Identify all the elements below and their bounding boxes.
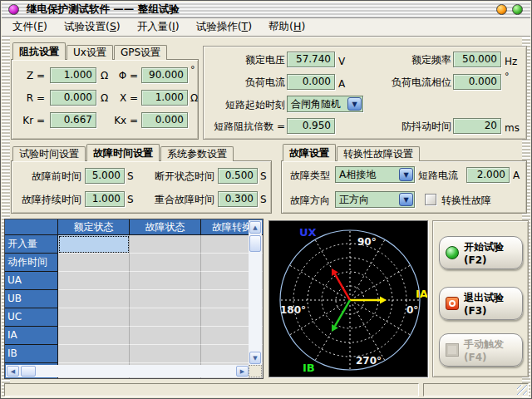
convert-fault-checkbox[interactable] bbox=[425, 194, 436, 205]
chevron-down-icon[interactable]: ▼ bbox=[347, 97, 362, 111]
start-icon bbox=[446, 246, 459, 259]
row-header-ub[interactable]: UB bbox=[5, 290, 58, 308]
table-cell[interactable] bbox=[58, 272, 130, 290]
chevron-down-icon[interactable]: ▼ bbox=[399, 193, 413, 206]
load-current-unit: A bbox=[338, 76, 345, 91]
row-header-action-time[interactable]: 动作时间 bbox=[5, 254, 58, 272]
tab-system-param-settings[interactable]: 系统参数设置 bbox=[160, 146, 234, 161]
table-cell[interactable] bbox=[130, 345, 201, 363]
short-circuit-start-select[interactable]: 合闸角随机 ▼ bbox=[287, 96, 363, 112]
debounce-time-input[interactable]: 20 bbox=[453, 118, 501, 134]
prefault-time-unit: S bbox=[127, 169, 134, 184]
impedance-multiplier-label: 短路阻抗倍数 = bbox=[205, 119, 285, 134]
table-cell[interactable] bbox=[130, 254, 201, 272]
kr-input[interactable]: 0.667 bbox=[50, 112, 96, 128]
scroll-up-icon[interactable]: ▲ bbox=[249, 221, 261, 234]
vertical-scroll-thumb[interactable] bbox=[249, 235, 261, 252]
phi-value: 90.000 bbox=[149, 69, 184, 81]
chevron-down-icon[interactable]: ▼ bbox=[399, 168, 413, 181]
menu-binary-input[interactable]: 开入量(I) bbox=[129, 18, 188, 36]
status-bar-left bbox=[4, 383, 419, 397]
manual-trigger-button[interactable]: 手动触发(F4) bbox=[439, 333, 523, 367]
fault-duration-value: 1.000 bbox=[92, 193, 121, 204]
rated-freq-unit: Hz bbox=[505, 54, 517, 69]
scroll-down-icon[interactable]: ▼ bbox=[249, 352, 261, 364]
menu-file[interactable]: 文件(F) bbox=[4, 18, 56, 36]
short-circuit-current-input[interactable]: 2.000 bbox=[466, 167, 510, 183]
fault-direction-value: 正方向 bbox=[339, 193, 369, 207]
maximize-button[interactable] bbox=[512, 4, 523, 15]
fault-type-select[interactable]: A相接地 ▼ bbox=[335, 166, 415, 183]
open-state-time-input[interactable]: 0.500 bbox=[218, 168, 258, 184]
z-input[interactable]: 1.000 bbox=[50, 67, 96, 83]
phi-input[interactable]: 90.000 bbox=[141, 67, 188, 83]
impedance-multiplier-input[interactable]: 0.950 bbox=[287, 118, 335, 134]
angle-270-label: 270° bbox=[356, 355, 382, 367]
table-cell-selected[interactable] bbox=[58, 235, 130, 254]
row-header-binary-input[interactable]: 开入量 bbox=[5, 235, 58, 254]
load-current-phase-label: 负荷电流相位 bbox=[372, 75, 451, 90]
horizontal-scroll-thumb[interactable] bbox=[21, 366, 36, 377]
reclose-fault-time-input[interactable]: 0.300 bbox=[218, 191, 258, 207]
row-header-ia[interactable]: IA bbox=[5, 327, 58, 345]
row-header-ib[interactable]: IB bbox=[5, 345, 58, 363]
table-cell[interactable] bbox=[130, 290, 201, 308]
load-current-value: 0.000 bbox=[303, 76, 331, 87]
start-test-button[interactable]: 开始试验(F2) bbox=[439, 236, 523, 269]
fault-duration-input[interactable]: 1.000 bbox=[85, 191, 125, 207]
menu-help[interactable]: 帮助(H) bbox=[260, 18, 313, 36]
exit-test-label: 退出试验(F3) bbox=[464, 291, 522, 317]
row-header-ua[interactable]: UA bbox=[5, 272, 58, 290]
tab-test-time-settings[interactable]: 试验时间设置 bbox=[12, 146, 86, 161]
scrollbar-corner bbox=[249, 365, 262, 377]
table-cell[interactable] bbox=[58, 290, 130, 308]
table-cell[interactable] bbox=[58, 308, 130, 327]
table-corner-cell bbox=[5, 219, 58, 235]
kr-value: 0.667 bbox=[64, 114, 92, 126]
x-input[interactable]: 1.000 bbox=[141, 90, 188, 106]
vertical-scrollbar[interactable]: ▲ ▼ bbox=[249, 220, 262, 365]
table-cell[interactable] bbox=[130, 235, 201, 254]
fault-type-value: A相接地 bbox=[339, 168, 376, 182]
column-header-rated-state[interactable]: 额定状态 bbox=[58, 219, 130, 235]
fault-panel: 故障设置 转换性故障设置 故障类型 A相接地 ▼ 短路电流 2.000 A 故障… bbox=[281, 144, 527, 214]
table-cell[interactable] bbox=[58, 345, 130, 363]
scroll-left-icon[interactable]: ◀ bbox=[7, 366, 19, 377]
scroll-right-icon[interactable]: ▶ bbox=[236, 366, 249, 377]
short-circuit-start-value: 合闸角随机 bbox=[291, 97, 341, 111]
menu-test-settings[interactable]: 试验设置(S) bbox=[56, 18, 129, 36]
load-current-phase-input[interactable]: 0.000 bbox=[453, 74, 501, 90]
horizontal-scrollbar[interactable]: ◀ ▶ bbox=[6, 365, 250, 377]
rated-voltage-input[interactable]: 57.740 bbox=[287, 52, 335, 67]
tab-fault-time-settings[interactable]: 故障时间设置 bbox=[86, 144, 160, 161]
tab-ux-settings[interactable]: Ux设置 bbox=[66, 45, 113, 60]
app-icon bbox=[8, 4, 19, 15]
rated-freq-input[interactable]: 50.000 bbox=[453, 52, 501, 67]
r-input[interactable]: 0.000 bbox=[50, 90, 96, 106]
tab-gps-settings[interactable]: GPS设置 bbox=[114, 45, 167, 60]
angle-180-label: 180° bbox=[280, 304, 306, 316]
tab-fault-settings[interactable]: 故障设置 bbox=[283, 144, 336, 161]
rated-freq-value: 50.000 bbox=[462, 53, 497, 65]
menu-test-operation[interactable]: 试验操作(T) bbox=[188, 18, 260, 36]
tab-convert-fault-settings[interactable]: 转换性故障设置 bbox=[337, 146, 420, 161]
rated-voltage-value: 57.740 bbox=[296, 53, 331, 65]
table-cell[interactable] bbox=[130, 308, 201, 327]
resize-grip[interactable] bbox=[517, 385, 527, 395]
fault-direction-select[interactable]: 正方向 ▼ bbox=[335, 191, 415, 208]
start-test-label: 开始试验(F2) bbox=[464, 240, 522, 266]
tab-impedance-settings[interactable]: 阻抗设置 bbox=[12, 42, 66, 60]
load-current-input[interactable]: 0.000 bbox=[287, 74, 335, 90]
table-cell[interactable] bbox=[58, 327, 130, 345]
table-header-row: 额定状态 故障状态 故障转换 bbox=[5, 219, 263, 235]
kx-input[interactable]: 0.000 bbox=[141, 112, 188, 128]
minimize-button[interactable] bbox=[496, 4, 507, 15]
exit-test-button[interactable]: 退出试验(F3) bbox=[439, 287, 523, 320]
table-cell[interactable] bbox=[130, 272, 201, 290]
row-header-uc[interactable]: UC bbox=[5, 308, 58, 327]
column-header-fault-state[interactable]: 故障状态 bbox=[130, 219, 201, 235]
prefault-time-input[interactable]: 5.000 bbox=[85, 168, 125, 184]
table-cell[interactable] bbox=[58, 254, 130, 272]
title-bar[interactable]: 继电保护测试软件 —— 整组试验 bbox=[2, 2, 530, 18]
table-cell[interactable] bbox=[130, 327, 201, 345]
